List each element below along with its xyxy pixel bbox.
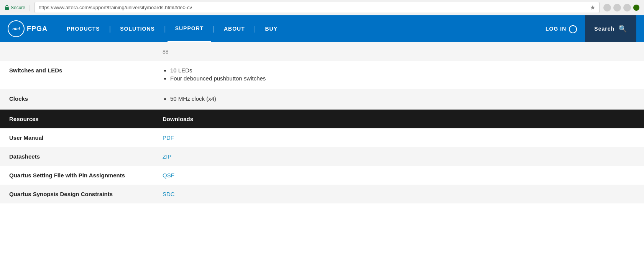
nav-item-products[interactable]: PRODUCTS <box>59 15 108 42</box>
nav-divider-4: | <box>253 25 258 33</box>
switches-leds-list: 10 LEDs Four debounced pushbutton switch… <box>163 67 635 82</box>
nav-divider-1: | <box>108 25 113 33</box>
nav-item-about[interactable]: ABOUT <box>216 15 253 42</box>
clocks-item-1: 50 MHz clock (x4) <box>170 95 635 102</box>
partial-number: 88 <box>163 49 169 55</box>
switches-leds-item-1: 10 LEDs <box>170 67 635 74</box>
content-area: 88 Switches and LEDs 10 LEDs Four deboun… <box>0 42 644 203</box>
resources-header-row: Resources Downloads <box>0 110 644 128</box>
secure-badge: Secure <box>5 5 25 10</box>
datasheets-zip-link[interactable]: ZIP <box>163 153 171 160</box>
quartus-setting-download: QSF <box>153 166 644 185</box>
login-label: LOG IN <box>545 26 566 32</box>
nav-item-solutions[interactable]: SOLUTIONS <box>112 15 163 42</box>
user-manual-download: PDF <box>153 128 644 147</box>
nav-item-buy[interactable]: BUY <box>257 15 285 42</box>
secure-text: Secure <box>11 5 25 10</box>
datasheets-download: ZIP <box>153 147 644 166</box>
url-text: https://www.altera.com/support/training/… <box>39 5 192 10</box>
quartus-setting-row: Quartus Setting File with Pin Assignment… <box>0 166 644 185</box>
url-divider: | <box>29 5 31 11</box>
person-icon: ◯ <box>568 24 577 33</box>
browser-bar: Secure | https://www.altera.com/support/… <box>0 0 644 15</box>
extension-btn-4[interactable] <box>633 5 639 11</box>
intel-logo: ntel FPGA <box>8 20 48 37</box>
switches-leds-item-2: Four debounced pushbutton switches <box>170 75 635 82</box>
downloads-col-header: Downloads <box>153 110 644 128</box>
quartus-synopsis-row: Quartus Synopsis Design Constraints SDC <box>0 185 644 203</box>
user-manual-pdf-link[interactable]: PDF <box>163 134 174 141</box>
resources-col-header: Resources <box>0 110 153 128</box>
partial-row: 88 <box>0 42 644 61</box>
bookmark-icon[interactable]: ★ <box>590 4 595 11</box>
clocks-value: 50 MHz clock (x4) <box>153 89 644 110</box>
svg-rect-0 <box>5 7 9 10</box>
info-table: 88 Switches and LEDs 10 LEDs Four deboun… <box>0 42 644 203</box>
datasheets-row: Datasheets ZIP <box>0 147 644 166</box>
main-nav: ntel FPGA PRODUCTS | SOLUTIONS | SUPPORT… <box>0 15 644 42</box>
intel-logo-text: ntel <box>12 26 20 31</box>
login-button[interactable]: LOG IN ◯ <box>538 24 585 33</box>
switches-leds-row: Switches and LEDs 10 LEDs Four debounced… <box>0 61 644 89</box>
clocks-label: Clocks <box>0 89 153 110</box>
extension-btn-3[interactable] <box>623 4 631 11</box>
quartus-synopsis-download: SDC <box>153 185 644 203</box>
search-button[interactable]: Search 🔍 <box>585 15 636 42</box>
quartus-synopsis-sdc-link[interactable]: SDC <box>163 191 175 197</box>
partial-label-cell <box>0 42 153 61</box>
extension-btn-1[interactable] <box>603 4 611 11</box>
nav-item-support[interactable]: SUPPORT <box>168 15 212 42</box>
url-bar[interactable]: https://www.altera.com/support/training/… <box>34 2 600 13</box>
intel-circle-logo: ntel <box>8 20 25 37</box>
quartus-setting-qsf-link[interactable]: QSF <box>163 172 174 179</box>
user-manual-row: User Manual PDF <box>0 128 644 147</box>
search-label: Search <box>594 26 614 32</box>
nav-divider-3: | <box>211 25 216 33</box>
extension-btn-2[interactable] <box>613 4 621 11</box>
clocks-row: Clocks 50 MHz clock (x4) <box>0 89 644 110</box>
search-icon: 🔍 <box>618 25 627 33</box>
nav-divider-2: | <box>163 25 168 33</box>
nav-right: LOG IN ◯ Search 🔍 <box>538 15 636 42</box>
switches-leds-value: 10 LEDs Four debounced pushbutton switch… <box>153 61 644 89</box>
switches-leds-label: Switches and LEDs <box>0 61 153 89</box>
quartus-setting-label: Quartus Setting File with Pin Assignment… <box>0 166 153 185</box>
quartus-synopsis-label: Quartus Synopsis Design Constraints <box>0 185 153 203</box>
nav-items: PRODUCTS | SOLUTIONS | SUPPORT | ABOUT |… <box>59 15 538 42</box>
partial-value-cell: 88 <box>153 42 644 61</box>
browser-actions <box>603 4 639 11</box>
clocks-list: 50 MHz clock (x4) <box>163 95 635 102</box>
lock-icon <box>5 5 9 10</box>
datasheets-label: Datasheets <box>0 147 153 166</box>
user-manual-label: User Manual <box>0 128 153 147</box>
fpga-label: FPGA <box>27 25 48 33</box>
